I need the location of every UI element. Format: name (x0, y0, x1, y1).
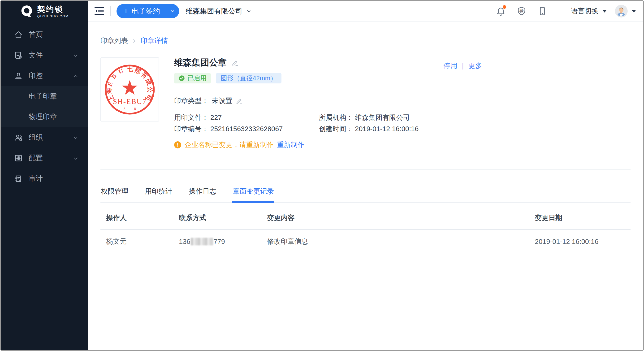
serial-label: 印章编号： (174, 125, 208, 132)
serial-value: 2521615632332628067 (210, 125, 283, 132)
language-caret-icon[interactable] (602, 10, 607, 12)
company-selector[interactable]: 维森集团有限公司 (186, 6, 252, 16)
sidebar-item-seal-control[interactable]: 印控 (1, 66, 88, 86)
seal-icon (14, 72, 23, 80)
sidebar-item-label: 文件 (28, 50, 43, 60)
sidebar-item-electronic-seal[interactable]: 电子印章 (1, 86, 88, 106)
remake-link[interactable]: 重新制作 (277, 140, 304, 150)
disable-seal-button[interactable]: 停用 (444, 61, 457, 71)
col-operator: 操作人 (100, 203, 173, 230)
tab-operation-log[interactable]: 操作日志 (188, 187, 217, 202)
esign-dropdown-chevron-icon[interactable] (166, 8, 179, 14)
seal-type-label: 印章类型： (174, 96, 208, 106)
cell-change-date: 2019-01-12 16:00:16 (529, 230, 630, 254)
svg-text:8: 8 (124, 106, 126, 110)
col-change-date: 变更日期 (529, 203, 630, 230)
sidebar-collapse-icon[interactable] (94, 6, 105, 16)
sidebar-item-label: 配置 (28, 153, 43, 163)
breadcrumb: 印章列表 印章详情 (100, 36, 630, 46)
svg-text:8: 8 (134, 106, 136, 110)
rename-warning: ! 企业名称已变更，请重新制作 重新制作 (174, 140, 418, 150)
sidebar-item-label: 审计 (28, 174, 43, 184)
chevron-down-icon (246, 8, 252, 14)
tab-seal-face-change-record[interactable]: 章面变更记录 (232, 187, 274, 202)
sidebar-item-label: 电子印章 (28, 92, 57, 101)
sidebar-item-audit[interactable]: 审计 (1, 168, 88, 189)
status-badge-label: 已启用 (188, 74, 206, 82)
divider (559, 6, 559, 16)
col-change-content: 变更内容 (262, 203, 529, 230)
seal-type-row: 印章类型：未设置 (174, 96, 418, 106)
seal-actions: 停用 | 更多 (444, 61, 482, 71)
main-area: + 电子签约 维森集团有限公司 (88, 1, 643, 350)
seal-image-box: 上海E B U 七部有限公司 SH-EBU7 8 8 (100, 58, 159, 122)
divider (110, 6, 111, 16)
seal-detail-section: 上海E B U 七部有限公司 SH-EBU7 8 8 维森集团公章 (100, 58, 630, 150)
top-bar: + 电子签约 维森集团有限公司 (88, 1, 643, 22)
breadcrumb-chevron-icon (132, 38, 137, 44)
home-icon (14, 30, 23, 39)
sidebar-item-settings[interactable]: 配置 (1, 148, 88, 168)
created-value: 2019-01-12 16:00:16 (355, 125, 418, 132)
phone-suffix: 779 (214, 238, 225, 245)
chevron-down-icon (72, 134, 79, 141)
seal-info-grid: 用印文件：227 所属机构：维森集团有限公司 印章编号：252161563233… (174, 113, 418, 134)
new-esign-button[interactable]: + 电子签约 (116, 4, 179, 18)
warning-text: 企业名称已变更，请重新制作 (184, 140, 274, 150)
svg-text:SH-EBU7: SH-EBU7 (113, 97, 147, 106)
mobile-phone-icon[interactable] (538, 6, 547, 16)
notification-dot (503, 5, 506, 9)
company-seal-image: 上海E B U 七部有限公司 SH-EBU7 8 8 (103, 63, 156, 116)
created-label: 创建时间： (319, 125, 353, 132)
seal-type-value: 未设置 (212, 96, 232, 106)
sidebar-item-home[interactable]: 首页 (1, 24, 88, 45)
tab-seal-usage-stats[interactable]: 用印统计 (144, 187, 173, 202)
notifications-bell-icon[interactable] (496, 6, 506, 16)
user-menu-caret-icon[interactable] (632, 10, 636, 12)
phone-masked-blur (191, 238, 213, 245)
check-circle-icon (178, 75, 185, 82)
sidebar-item-label: 印控 (28, 71, 43, 80)
new-esign-main[interactable]: + 电子签约 (116, 6, 166, 16)
shape-badge-label: 圆形（直径42mm） (221, 74, 277, 82)
app-window: 契约锁 QIYUESUO.COM 首页 (0, 0, 644, 351)
sidebar: 契约锁 QIYUESUO.COM 首页 (1, 1, 88, 350)
docs-count-field: 用印文件：227 (174, 113, 319, 122)
docs-count-label: 用印文件： (174, 114, 208, 121)
chevron-down-icon (72, 155, 79, 161)
org-label: 所属机构： (319, 114, 353, 121)
new-esign-label: 电子签约 (132, 6, 160, 16)
brand-logo[interactable]: 契约锁 QIYUESUO.COM (1, 1, 88, 22)
actions-divider: | (462, 62, 464, 70)
plus-icon: + (124, 7, 128, 15)
qiyuesuo-logo-icon (20, 5, 34, 18)
warning-icon: ! (174, 141, 181, 148)
seal-title: 维森集团公章 (174, 58, 227, 68)
tab-permission-management[interactable]: 权限管理 (100, 187, 129, 202)
phone-prefix: 136 (179, 238, 190, 245)
change-record-table: 操作人 联系方式 变更内容 变更日期 杨文元 136779 修改印章信息 201… (100, 203, 630, 254)
organization-icon (14, 133, 23, 142)
title-row: 维森集团公章 (174, 58, 418, 68)
org-value: 维森集团有限公司 (355, 114, 410, 121)
user-avatar[interactable] (615, 5, 628, 18)
brand-domain: QIYUESUO.COM (37, 15, 69, 18)
edit-type-pencil-icon[interactable] (236, 97, 243, 105)
serial-field: 印章编号：2521615632332628067 (174, 124, 319, 134)
more-actions-button[interactable]: 更多 (468, 61, 482, 71)
breadcrumb-seal-list[interactable]: 印章列表 (100, 36, 128, 46)
section-divider (100, 170, 630, 170)
sidebar-item-label: 组织 (28, 132, 43, 142)
page-content: 印章列表 印章详情 上海E B U 七部有限公司 SH- (88, 22, 643, 350)
detail-tabs: 权限管理 用印统计 操作日志 章面变更记录 (100, 187, 630, 203)
sidebar-item-label: 首页 (28, 30, 43, 40)
col-contact: 联系方式 (173, 203, 262, 230)
edit-title-pencil-icon[interactable] (231, 59, 239, 66)
language-switch[interactable]: 语言切换 (571, 6, 598, 16)
seal-info: 维森集团公章 已启用 (174, 58, 418, 150)
sidebar-item-organization[interactable]: 组织 (1, 127, 88, 148)
brand-text: 契约锁 QIYUESUO.COM (37, 5, 69, 18)
sidebar-item-documents[interactable]: 文件 (1, 45, 88, 66)
sidebar-item-physical-seal[interactable]: 物理印章 (1, 106, 88, 127)
verify-shield-icon[interactable]: 验 (516, 6, 526, 16)
